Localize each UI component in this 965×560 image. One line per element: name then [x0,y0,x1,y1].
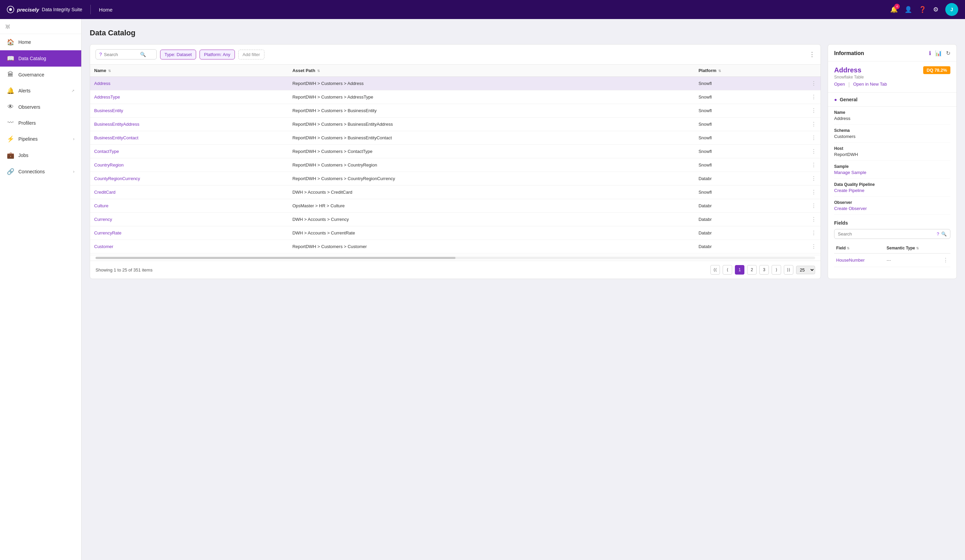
row-name-cell[interactable]: CurrencyRate [90,226,288,240]
horizontal-scrollbar[interactable] [95,256,815,259]
fields-search-input[interactable] [838,232,935,237]
row-menu-icon[interactable]: ⋮ [811,203,816,209]
row-menu-icon[interactable]: ⋮ [811,216,816,222]
table-row[interactable]: CustomerAddress ReportDWH > Customers > … [90,253,821,255]
row-name-cell[interactable]: BusinessEntityAddress [90,118,288,131]
notification-bell[interactable]: 🔔 4 [890,6,898,13]
row-name-cell[interactable]: BusinessEntityContact [90,131,288,145]
table-row[interactable]: BusinessEntityAddress ReportDWH > Custom… [90,118,821,131]
col-platform-header[interactable]: Platform ⇅ [694,65,807,77]
row-name-cell[interactable]: CountyRegionCurrency [90,172,288,186]
table-row[interactable]: AddressType ReportDWH > Customers > Addr… [90,90,821,104]
sidebar-toggle[interactable]: ⟩|⟨ [0,19,81,34]
table-row[interactable]: ContactType ReportDWH > Customers > Cont… [90,145,821,158]
field-row-menu[interactable]: ⋮ [943,257,949,263]
table-row[interactable]: BusinessEntity ReportDWH > Customers > B… [90,104,821,118]
create-pipeline-link[interactable]: Create Pipeline [834,188,950,193]
chart-icon[interactable]: 📊 [935,50,942,56]
table-row[interactable]: CurrencyRate DWH > Accounts > CurrentRat… [90,226,821,240]
row-menu-icon[interactable]: ⋮ [811,108,816,114]
page-1-button[interactable]: 1 [735,265,744,274]
table-row[interactable]: Address ReportDWH > Customers > Address … [90,77,821,90]
fields-search-box[interactable]: ? 🔍 [834,229,950,239]
col-asset-path-header[interactable]: Asset Path ⇅ [288,65,694,77]
filter-platform-button[interactable]: Platform: Any [200,50,234,59]
sidebar-item-observers[interactable]: 👁 Observers [0,99,81,115]
row-menu-icon[interactable]: ⋮ [811,149,816,154]
user-profile-icon[interactable]: 👤 [904,6,912,13]
fields-search-help-icon[interactable]: ? [937,232,939,237]
table-row[interactable]: CreditCard DWH > Accounts > CreditCard S… [90,186,821,199]
host-field-label: Host [834,146,950,151]
field-name-cell[interactable]: HouseNumber [834,253,885,267]
sidebar-item-data-catalog[interactable]: 📖 Data Catalog [0,50,81,67]
page-3-button[interactable]: 3 [759,265,769,274]
refresh-icon[interactable]: ↻ [946,50,950,56]
row-name-cell[interactable]: AddressType [90,90,288,104]
table-row[interactable]: BusinessEntityContact ReportDWH > Custom… [90,131,821,145]
info-icon[interactable]: ℹ [929,50,931,56]
sidebar-item-profilers[interactable]: 〰 Profilers [0,115,81,131]
row-name-cell[interactable]: CountryRegion [90,158,288,172]
row-name-cell[interactable]: BusinessEntity [90,104,288,118]
filter-type-button[interactable]: Type: Dataset [160,50,196,59]
semantic-sort-icon: ⇅ [916,247,919,250]
page-last-button[interactable]: ⟩⟩ [784,265,793,274]
sidebar-item-home[interactable]: 🏠 Home [0,34,81,50]
info-panel-icon-group: ℹ 📊 ↻ [929,50,950,56]
page-next-button[interactable]: ⟩ [772,265,781,274]
search-magnify-icon[interactable]: 🔍 [140,52,146,57]
row-path-cell: ReportDWH > Customers > ContactType [288,145,694,158]
table-row[interactable]: Customer ReportDWH > Customers > Custome… [90,240,821,253]
field-col-header[interactable]: Field ⇅ [834,243,885,253]
row-menu-icon[interactable]: ⋮ [811,230,816,236]
manage-sample-link[interactable]: Manage Sample [834,170,950,175]
row-name-cell[interactable]: CustomerAddress [90,253,288,255]
row-menu-icon[interactable]: ⋮ [811,244,816,250]
col-name-header[interactable]: Name ⇅ [90,65,288,77]
open-link[interactable]: Open [834,82,845,88]
open-new-tab-link[interactable]: Open in New Tab [853,82,887,88]
row-name-cell[interactable]: Customer [90,240,288,253]
search-input[interactable] [104,52,138,57]
create-observer-link[interactable]: Create Observer [834,206,950,211]
row-name-cell[interactable]: Culture [90,199,288,213]
user-avatar[interactable]: J [945,3,958,16]
per-page-select[interactable]: 25 50 100 [796,266,815,274]
row-menu-icon[interactable]: ⋮ [811,94,816,100]
sidebar-item-jobs[interactable]: 💼 Jobs [0,147,81,163]
table-row[interactable]: CountyRegionCurrency ReportDWH > Custome… [90,172,821,186]
row-menu-icon[interactable]: ⋮ [811,162,816,168]
table-row[interactable]: CountryRegion ReportDWH > Customers > Co… [90,158,821,172]
row-name-cell[interactable]: Currency [90,213,288,226]
sidebar-item-alerts[interactable]: 🔔 Alerts ↗ [0,83,81,99]
row-menu-icon[interactable]: ⋮ [811,176,816,181]
settings-icon[interactable]: ⚙ [933,6,939,13]
nav-home-label[interactable]: Home [99,7,113,13]
table-row[interactable]: Culture OpsMaster > HR > Culture Databr … [90,199,821,213]
semantic-col-header[interactable]: Semantic Type ⇅ [885,243,941,253]
search-box[interactable]: ? 🔍 [95,49,157,59]
row-menu-icon[interactable]: ⋮ [811,135,816,141]
add-filter-button[interactable]: Add filter [238,50,265,59]
row-menu-icon[interactable]: ⋮ [811,80,816,86]
sidebar-item-connections[interactable]: 🔗 Connections › [0,163,81,180]
search-help-icon[interactable]: ? [99,52,102,57]
row-name-cell[interactable]: ContactType [90,145,288,158]
row-menu-icon[interactable]: ⋮ [811,189,816,195]
row-platform-cell: Databr [694,199,807,213]
fields-search-magnify-icon[interactable]: 🔍 [941,232,947,237]
page-2-button[interactable]: 2 [747,265,757,274]
general-section-header[interactable]: ● General [828,93,957,107]
pagination-info: Showing 1 to 25 of 351 items [95,268,708,273]
row-name-cell[interactable]: CreditCard [90,186,288,199]
page-prev-button[interactable]: ⟨ [723,265,732,274]
help-icon[interactable]: ❓ [919,6,926,13]
page-first-button[interactable]: ⟨⟨ [710,265,720,274]
row-menu-icon[interactable]: ⋮ [811,121,816,127]
row-name-cell[interactable]: Address [90,77,288,90]
sidebar-item-pipelines[interactable]: ⚡ Pipelines › [0,131,81,147]
toolbar-more-icon[interactable]: ⋮ [809,51,815,58]
table-row[interactable]: Currency DWH > Accounts > Currency Datab… [90,213,821,226]
sidebar-item-governance[interactable]: 🏛 Governance [0,67,81,83]
